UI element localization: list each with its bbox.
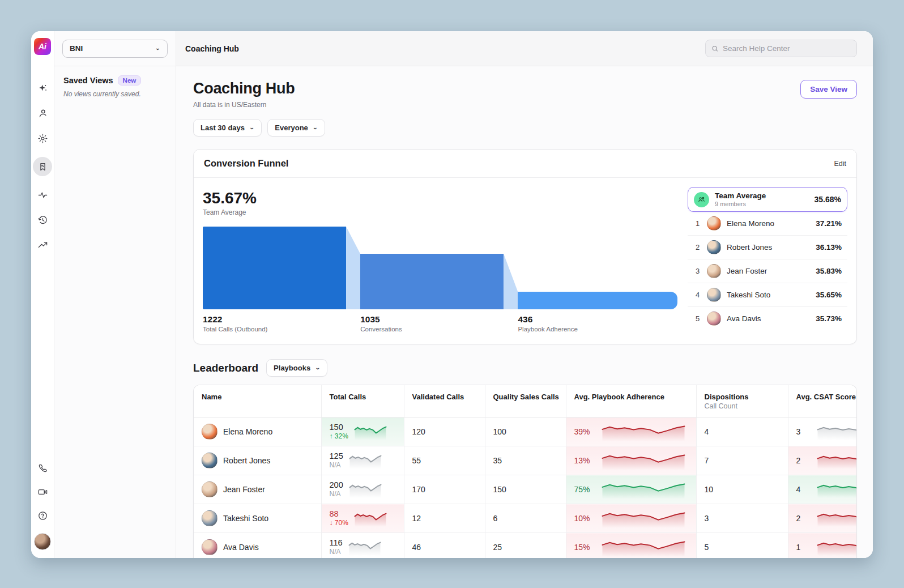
table-row[interactable]: Takeshi Soto88↓ 70%12610%32 [194, 504, 857, 533]
adherence-value: 39% [574, 427, 596, 436]
dispositions-value: 5 [696, 533, 788, 559]
sparkline-green [354, 423, 387, 440]
page-content: Coaching Hub All data is in US/Eastern S… [176, 66, 873, 558]
save-view-button[interactable]: Save View [800, 80, 857, 99]
saved-views-empty-text: No views currently saved. [63, 90, 167, 98]
adherence-value: 15% [574, 543, 596, 552]
csat-value: 2 [796, 514, 811, 523]
ranking-value: 36.13% [816, 243, 842, 252]
main-area: Coaching Hub Coaching Hub All data is in… [176, 31, 873, 558]
ranking-value: 35.65% [816, 291, 842, 299]
total-calls-delta: N/A [330, 548, 343, 556]
playbooks-filter[interactable]: Playbooks ⌄ [266, 359, 327, 377]
col-total-calls[interactable]: Total Calls [321, 385, 404, 417]
new-badge: New [118, 75, 142, 86]
avatar [202, 453, 218, 468]
total-calls-value: 116 [330, 538, 343, 548]
ranking-row[interactable]: 5Ava Davis35.73% [688, 307, 847, 329]
help-search[interactable] [705, 40, 857, 57]
sparkline-red [817, 452, 858, 469]
help-icon[interactable] [36, 509, 49, 522]
rank-number: 3 [696, 267, 701, 275]
total-calls-delta: ↑ 32% [330, 433, 348, 441]
col-avg-csat-score[interactable]: Avg. CSAT Score [788, 385, 857, 417]
team-average-row[interactable]: Team Average 9 members 35.68% [688, 187, 847, 212]
date-range-filter[interactable]: Last 30 days ⌄ [193, 119, 262, 137]
table-row[interactable]: Jean Foster200N/A17015075%104 [194, 475, 857, 504]
people-filter[interactable]: Everyone ⌄ [267, 119, 325, 137]
sparkline-gray [348, 539, 381, 556]
app-logo[interactable]: Ai [34, 38, 51, 55]
funnel-connector-1 [346, 227, 360, 309]
validated-calls-value: 120 [404, 417, 485, 446]
rank-number: 4 [696, 291, 701, 299]
video-icon[interactable] [36, 485, 49, 498]
sparkline-red [602, 422, 685, 441]
saved-views-section: Saved Views New No views currently saved… [54, 66, 176, 107]
ranking-row[interactable]: 2Robert Jones36.13% [688, 236, 847, 259]
search-input[interactable] [723, 44, 851, 53]
ranking-row[interactable]: 4Takeshi Soto35.65% [688, 283, 847, 307]
rank-number: 5 [696, 314, 701, 323]
funnel-card-title: Conversion Funnel [204, 158, 288, 169]
trending-up-icon[interactable] [36, 238, 49, 251]
row-name: Elena Moreno [223, 427, 272, 436]
col-avg-playbook-adherence[interactable]: Avg. Playbook Adherence [566, 385, 696, 417]
icon-rail: Ai [31, 31, 54, 558]
funnel-ranking-list: Team Average 9 members 35.68% 1Elena Mor… [688, 187, 847, 329]
col-validated-calls[interactable]: Validated Calls [404, 385, 485, 417]
funnel-bar-3[interactable] [518, 292, 677, 309]
csat-value: 4 [796, 485, 811, 494]
row-name: Takeshi Soto [223, 514, 268, 523]
team-average-value: 35.67% [203, 189, 677, 207]
workspace-select[interactable]: BNI ⌄ [62, 40, 168, 58]
col-quality-sales-calls[interactable]: Quality Sales Calls [485, 385, 566, 417]
quality-sales-calls-value: 6 [485, 504, 566, 533]
dispositions-value: 4 [696, 417, 788, 446]
app-window: Ai [31, 31, 873, 558]
ranking-name: Elena Moreno [727, 219, 810, 228]
csat-value: 3 [796, 427, 811, 436]
table-row[interactable]: Elena Moreno150↑ 32%12010039%43 [194, 417, 857, 446]
total-calls-value: 150 [330, 423, 348, 432]
col-name[interactable]: Name [194, 385, 321, 417]
sparkline-red [602, 538, 685, 557]
history-icon[interactable] [36, 214, 49, 226]
team-average-label: Team Average [203, 208, 677, 216]
funnel-stage-label: 436 Playbook Adherence [518, 314, 677, 333]
coaching-hub-icon[interactable] [33, 157, 52, 176]
activity-icon[interactable] [36, 189, 49, 201]
team-average-pct: 35.68% [815, 195, 841, 204]
sparkline-red [602, 451, 685, 470]
table-row[interactable]: Robert Jones125N/A553513%72 [194, 446, 857, 475]
avatar [707, 312, 721, 326]
funnel-bar-2[interactable] [360, 254, 504, 309]
adherence-value: 75% [574, 485, 596, 494]
gear-icon[interactable] [36, 132, 49, 144]
col-dispositions[interactable]: Dispositions Call Count [696, 385, 788, 417]
rank-number: 2 [696, 243, 701, 252]
phone-icon[interactable] [36, 462, 49, 474]
person-icon[interactable] [36, 107, 49, 120]
ranking-row[interactable]: 1Elena Moreno37.21% [688, 212, 847, 236]
funnel-stage-label: 1035 Conversations [360, 314, 518, 333]
quality-sales-calls-value: 150 [485, 475, 566, 504]
funnel-connector-2 [504, 227, 518, 309]
leaderboard-table-card: Name Total Calls Validated Calls Quality… [193, 385, 857, 558]
leaderboard-table: Name Total Calls Validated Calls Quality… [194, 385, 857, 558]
avatar [707, 240, 721, 254]
funnel-bar-1[interactable] [203, 227, 346, 309]
sparkle-icon[interactable] [36, 82, 49, 95]
sparkline-green [602, 480, 685, 499]
total-calls-value: 88 [330, 509, 348, 519]
sparkline-green [817, 481, 858, 498]
user-avatar[interactable] [34, 533, 51, 550]
sparkline-gray [349, 452, 382, 469]
left-panel: BNI ⌄ Saved Views New No views currently… [54, 31, 176, 558]
ranking-row[interactable]: 3Jean Foster35.83% [688, 259, 847, 283]
search-icon [711, 45, 719, 53]
sparkline-red [602, 509, 685, 528]
table-row[interactable]: Ava Davis116N/A462515%51 [194, 533, 857, 559]
edit-button[interactable]: Edit [834, 160, 846, 168]
dispositions-value: 3 [696, 504, 788, 533]
